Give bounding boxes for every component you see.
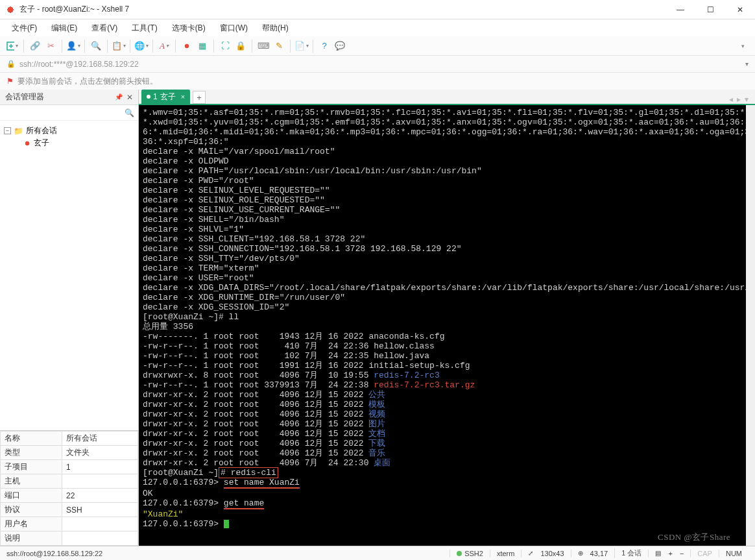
tab-next-icon[interactable]: ▸ [737,95,741,104]
properties-table: 名称所有会话类型文件夹子项目1主机端口22协议SSH用户名说明 [0,430,138,546]
tab-close-icon[interactable]: × [181,93,185,101]
prop-row: 用户名 [1,517,138,531]
prop-row: 协议SSH [1,503,138,517]
tree-root-label: 所有会话 [26,125,57,136]
help-icon[interactable]: ? [318,40,330,52]
session-tree[interactable]: − 📁 所有会话 玄子 [0,121,138,430]
keyboard-icon[interactable]: ⌨ [258,40,269,52]
tab-label: 玄子 [160,91,176,103]
watermark: CSDN @玄子Share [658,532,730,542]
menu-edit[interactable]: 编辑(E) [49,21,80,35]
flag-icon: ⚑ [6,77,14,86]
sidebar: 会话管理器 📌 ✕ 🔍 − 📁 所有会话 玄子 名称所有会话类型文件夹子项目1主… [0,90,139,546]
status-cap: CAP [690,550,719,557]
dropdown-chevron-icon[interactable]: ▾ [737,40,749,52]
edit-icon[interactable]: ✎ [273,40,285,52]
chat-icon[interactable]: 💬 [334,40,346,52]
status-size: ⤢ 130x43 [521,550,570,557]
prop-row: 名称所有会话 [1,432,138,446]
tab-strip: 1 玄子 × + ◂ ▸ ▾ [139,90,755,105]
tab-index: 1 [153,92,158,101]
session-search[interactable]: 🔍 [0,105,138,121]
prop-row: 端口22 [1,489,138,503]
new-session-icon[interactable] [6,40,18,52]
menu-file[interactable]: 文件(F) [9,21,40,35]
tab-prev-icon[interactable]: ◂ [729,95,733,104]
tree-child-label: 玄子 [34,138,49,149]
titlebar: 玄子 - root@XuanZi:~ - Xshell 7 ― ☐ ✕ [0,0,755,19]
status-connection: ssh://root@192.168.58.129:22 [6,550,102,557]
app-logo-icon [5,5,16,15]
prop-row: 主机 [1,474,138,489]
ssl-lock-icon: 🔒 [6,60,16,68]
tab-active[interactable]: 1 玄子 × [141,90,190,104]
prop-row: 子项目1 [1,460,138,474]
profile-icon[interactable]: 👤 [67,40,79,52]
menu-tabs[interactable]: 选项卡(B) [169,21,208,35]
fullscreen-icon[interactable]: ⛶ [219,40,231,52]
status-ssh: SSH2 [449,550,490,557]
magnifier-icon: 🔍 [125,108,134,117]
status-bar: ssh://root@192.168.58.129:22 SSH2 xterm … [0,546,755,560]
add-tab-button[interactable]: + [193,91,206,104]
status-plus: + [668,550,672,557]
maximize-button[interactable]: ☐ [695,0,725,19]
lock-icon[interactable]: 🔒 [235,40,246,52]
globe-icon[interactable]: 🌐 [136,40,147,52]
address-text: ssh://root:****@192.168.58.129:22 [19,60,745,69]
session-icon [23,140,31,147]
prop-row: 类型文件夹 [1,446,138,460]
status-term: xterm [490,550,521,557]
menu-tools[interactable]: 工具(T) [129,21,160,35]
menu-window[interactable]: 窗口(W) [217,21,250,35]
link-icon[interactable]: 🔗 [29,40,41,52]
panel-close-icon[interactable]: ✕ [126,93,133,102]
minimize-button[interactable]: ― [665,0,695,19]
collapse-icon[interactable]: − [4,127,11,134]
hint-text: 要添加当前会话，点击左侧的箭头按钮。 [18,76,158,87]
toolbar: 🔗 ✂ 👤 🔍 📋 🌐 A ▦ ⛶ 🔒 ⌨ ✎ 📄 ? 💬 ▾ [0,36,755,56]
disconnect-icon[interactable]: ✂ [45,40,56,52]
status-pos: ⊕ 43,17 [571,550,615,557]
tab-status-icon [147,95,150,99]
xftp-icon[interactable]: ▦ [197,40,208,52]
tab-menu-icon[interactable]: ▾ [745,95,749,104]
app-icon[interactable] [181,40,193,52]
tree-root[interactable]: − 📁 所有会话 [4,125,134,137]
font-icon[interactable]: A [158,40,170,52]
menu-view[interactable]: 查看(V) [89,21,120,35]
copy-icon[interactable]: 📋 [113,40,125,52]
status-line: ▤ + − [648,550,690,557]
status-sessions: 1 会话 [614,548,648,558]
menu-help[interactable]: 帮助(H) [259,21,291,35]
status-minus: − [680,550,684,557]
address-bar[interactable]: 🔒 ssh://root:****@192.168.58.129:22 ▾ [0,56,755,73]
search-icon[interactable]: 🔍 [90,40,102,52]
panel-header: 会话管理器 📌 ✕ [0,90,138,105]
script-icon[interactable]: 📄 [296,40,307,52]
status-dot-icon [457,551,462,556]
close-button[interactable]: ✕ [725,0,755,19]
address-dropdown-icon[interactable]: ▾ [745,60,749,67]
window-title: 玄子 - root@XuanZi:~ - Xshell 7 [19,4,665,15]
folder-icon: 📁 [14,127,23,136]
tree-child[interactable]: 玄子 [4,137,134,149]
pin-icon[interactable]: 📌 [115,93,123,101]
panel-title: 会话管理器 [5,91,44,103]
hint-bar: ⚑ 要添加当前会话，点击左侧的箭头按钮。 [0,73,755,90]
terminal[interactable]: *.wmv=01;35:*.asf=01;35:*.rm=01;35:*.rmv… [139,105,755,546]
status-num: NUM [719,550,749,557]
prop-row: 说明 [1,531,138,546]
menubar: 文件(F) 编辑(E) 查看(V) 工具(T) 选项卡(B) 窗口(W) 帮助(… [0,19,755,36]
